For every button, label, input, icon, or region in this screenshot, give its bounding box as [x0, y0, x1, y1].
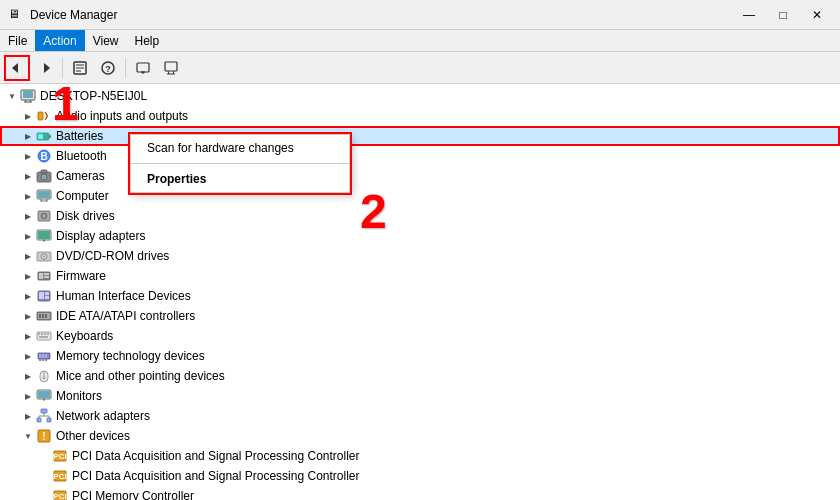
- tree-item-other[interactable]: ! Other devices: [0, 426, 840, 446]
- svg-rect-69: [42, 359, 44, 361]
- keyboards-expand-icon[interactable]: [20, 328, 36, 344]
- tree-item-bluetooth[interactable]: B Bluetooth: [0, 146, 840, 166]
- svg-marker-1: [44, 63, 50, 73]
- computer-expand-icon[interactable]: [20, 188, 36, 204]
- hid-expand-icon[interactable]: [20, 288, 36, 304]
- firmware-expand-icon[interactable]: [20, 268, 36, 284]
- tree-item-ide[interactable]: IDE ATA/ATAPI controllers: [0, 306, 840, 326]
- svg-rect-31: [38, 191, 50, 198]
- batteries-expand-icon[interactable]: [20, 128, 36, 144]
- mice-expand-icon[interactable]: [20, 368, 36, 384]
- tree-item-display[interactable]: Display adapters: [0, 226, 840, 246]
- pci3-icon: PCI: [52, 488, 68, 500]
- monitors-expand-icon[interactable]: [20, 388, 36, 404]
- svg-rect-68: [39, 359, 41, 361]
- title-bar-text: Device Manager: [30, 8, 734, 22]
- pci1-expand-icon: [36, 448, 52, 464]
- toolbar-help-button[interactable]: ?: [95, 55, 121, 81]
- main-content: DESKTOP-N5EIJ0L Audio inputs and outputs: [0, 84, 840, 500]
- tree-item-pci1[interactable]: PCI PCI Data Acquisition and Signal Proc…: [0, 446, 840, 466]
- root-expand-icon[interactable]: [4, 88, 20, 104]
- tree-item-computer[interactable]: Computer: [0, 186, 840, 206]
- display-expand-icon[interactable]: [20, 228, 36, 244]
- toolbar-forward-button[interactable]: [32, 55, 58, 81]
- toolbar-properties-button[interactable]: [67, 55, 93, 81]
- display-label: Display adapters: [56, 229, 145, 243]
- tree-item-mice[interactable]: Mice and other pointing devices: [0, 366, 840, 386]
- svg-rect-67: [45, 354, 47, 358]
- context-menu: Scan for hardware changes Properties: [130, 134, 350, 193]
- context-menu-properties[interactable]: Properties: [131, 166, 349, 192]
- tree-item-hid[interactable]: Human Interface Devices: [0, 286, 840, 306]
- tree-item-keyboards[interactable]: Keyboards: [0, 326, 840, 346]
- title-bar: 🖥 Device Manager — □ ✕: [0, 0, 840, 30]
- svg-rect-52: [45, 296, 49, 299]
- tree-root[interactable]: DESKTOP-N5EIJ0L: [0, 86, 840, 106]
- pci1-icon: PCI: [52, 448, 68, 464]
- tree-item-network[interactable]: Network adapters: [0, 406, 840, 426]
- computer-icon: [20, 88, 36, 104]
- bluetooth-expand-icon[interactable]: [20, 148, 36, 164]
- svg-rect-55: [39, 314, 41, 318]
- svg-marker-0: [12, 63, 18, 73]
- context-menu-scan[interactable]: Scan for hardware changes: [131, 135, 349, 161]
- svg-rect-62: [47, 333, 49, 335]
- svg-rect-39: [38, 231, 50, 239]
- toolbar: ?: [0, 52, 840, 84]
- toolbar-monitor-button[interactable]: [158, 55, 184, 81]
- properties-icon: [73, 61, 87, 75]
- mouse-icon: [36, 368, 52, 384]
- pci1-label: PCI Data Acquisition and Signal Processi…: [72, 449, 359, 463]
- svg-rect-57: [45, 314, 47, 318]
- bluetooth-label: Bluetooth: [56, 149, 107, 163]
- minimize-button[interactable]: —: [734, 5, 764, 25]
- toolbar-scan-button[interactable]: [130, 55, 156, 81]
- monitors-label: Monitors: [56, 389, 102, 403]
- hid-label: Human Interface Devices: [56, 289, 191, 303]
- tree-item-batteries[interactable]: Batteries: [0, 126, 840, 146]
- help-icon: ?: [101, 61, 115, 75]
- pci2-expand-icon: [36, 468, 52, 484]
- ide-label: IDE ATA/ATAPI controllers: [56, 309, 195, 323]
- other-icon: !: [36, 428, 52, 444]
- menu-view[interactable]: View: [85, 30, 127, 51]
- ide-expand-icon[interactable]: [20, 308, 36, 324]
- svg-rect-60: [41, 333, 43, 335]
- menu-action[interactable]: Action: [35, 30, 84, 51]
- audio-expand-icon[interactable]: [20, 108, 36, 124]
- memory-expand-icon[interactable]: [20, 348, 36, 364]
- tree-item-pci3[interactable]: PCI PCI Memory Controller: [0, 486, 840, 500]
- network-label: Network adapters: [56, 409, 150, 423]
- pci3-expand-icon: [36, 488, 52, 500]
- tree-item-dvd[interactable]: DVD/CD-ROM drives: [0, 246, 840, 266]
- svg-point-28: [43, 176, 46, 179]
- tree-item-monitors[interactable]: Monitors: [0, 386, 840, 406]
- tree-item-firmware[interactable]: Firmware: [0, 266, 840, 286]
- svg-rect-48: [44, 276, 49, 278]
- audio-label: Audio inputs and outputs: [56, 109, 188, 123]
- tree-item-disk[interactable]: Disk drives: [0, 206, 840, 226]
- toolbar-back-button[interactable]: [4, 55, 30, 81]
- svg-rect-65: [39, 354, 41, 358]
- tree-item-pci2[interactable]: PCI PCI Data Acquisition and Signal Proc…: [0, 466, 840, 486]
- dvd-expand-icon[interactable]: [20, 248, 36, 264]
- disk-icon: [36, 208, 52, 224]
- network-expand-icon[interactable]: [20, 408, 36, 424]
- close-button[interactable]: ✕: [802, 5, 832, 25]
- cameras-label: Cameras: [56, 169, 105, 183]
- network-icon: [36, 408, 52, 424]
- maximize-button[interactable]: □: [768, 5, 798, 25]
- display-icon: [36, 228, 52, 244]
- svg-text:PCI: PCI: [53, 452, 66, 461]
- disk-expand-icon[interactable]: [20, 208, 36, 224]
- tree-item-memory[interactable]: Memory technology devices: [0, 346, 840, 366]
- toolbar-separator-1: [62, 58, 63, 78]
- tree-item-audio[interactable]: Audio inputs and outputs: [0, 106, 840, 126]
- svg-rect-59: [38, 333, 40, 335]
- firmware-icon: [36, 268, 52, 284]
- menu-file[interactable]: File: [0, 30, 35, 51]
- menu-help[interactable]: Help: [127, 30, 168, 51]
- other-expand-icon[interactable]: [20, 428, 36, 444]
- tree-item-cameras[interactable]: Cameras: [0, 166, 840, 186]
- cameras-expand-icon[interactable]: [20, 168, 36, 184]
